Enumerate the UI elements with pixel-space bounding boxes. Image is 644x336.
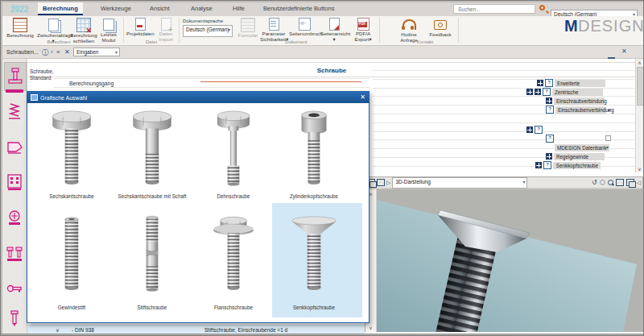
grid-field-icon[interactable] <box>535 162 542 168</box>
dialog-window-icon <box>31 94 38 101</box>
orbit-view-icon[interactable]: ⬡ <box>600 179 605 186</box>
scroll-down-icon[interactable]: ∨ <box>636 166 643 172</box>
key-icon <box>6 279 23 298</box>
screw-option-label: Dehnschraube <box>193 193 274 199</box>
view-selector[interactable]: Eingaben▾ <box>73 48 120 56</box>
tab-werkzeuge[interactable]: Werkzeuge <box>96 2 136 14</box>
grid-field-icon[interactable] <box>537 80 543 86</box>
sidebar-module-bolt-pair[interactable] <box>4 241 25 268</box>
help-doc-icon[interactable]: ? <box>546 106 554 114</box>
scroll-up-icon[interactable]: ∧ <box>636 60 643 65</box>
3d-render[interactable] <box>377 189 643 332</box>
letztes-modul-button[interactable]: Letztes Modul <box>97 17 120 44</box>
sidebar-module-bolt-field[interactable] <box>4 168 25 196</box>
screw-option-dehnschraube[interactable]: Dehnschraube <box>193 106 274 199</box>
screw-option-stiftschraube[interactable]: Stiftschraube <box>112 206 192 310</box>
collapse-panel-icon[interactable]: ◁ <box>637 180 641 186</box>
scrollbar-thumb[interactable] <box>637 67 644 106</box>
sidebar-module-clamp[interactable] <box>4 133 25 160</box>
standard-value: - DIN 938 <box>72 327 94 333</box>
tab-berechnung[interactable]: Berechnung <box>38 2 83 15</box>
headset-icon <box>402 19 416 30</box>
doc-language-label: Dokumentsprache <box>183 18 223 23</box>
sidebar-module-bolt[interactable] <box>4 205 25 233</box>
chevron-expand-icon[interactable]: ∨ <box>56 327 60 334</box>
tab-hilfe[interactable]: Hilfe <box>228 2 250 14</box>
field-regelgewinde[interactable]: Regelgewinde <box>554 153 605 160</box>
grafische-auswahl-dialog: Grafische Auswahl ✕ Sechskantschraube <box>27 91 369 323</box>
form-title: Schraube <box>317 67 346 74</box>
play-icon[interactable]: ▷ <box>386 180 390 186</box>
grid-field-icon[interactable] <box>526 127 533 133</box>
screw-option-gewindestift[interactable]: Gewindestift <box>31 206 112 310</box>
help-doc-icon[interactable]: ? <box>543 88 551 96</box>
viewer-panel: ▷ 3D-Darstellung▾ ↺ ⬡ ◁ ∧ ∨ <box>365 176 643 332</box>
field-zentrische[interactable]: Zentrische <box>552 89 603 96</box>
bolt-pair-icon <box>6 245 23 264</box>
parameter-icon <box>269 18 279 31</box>
close-document-icon[interactable]: ✕ <box>621 48 627 55</box>
form-scrollbar[interactable]: ∧ ∨ <box>635 59 643 172</box>
grid-field-icon[interactable] <box>546 153 552 160</box>
close-table-icon <box>76 18 91 32</box>
screw-standard-icon <box>6 67 24 86</box>
sidebar-module-spring[interactable] <box>4 97 25 125</box>
help-doc-icon[interactable]: ? <box>535 126 543 134</box>
spring-icon <box>6 102 23 121</box>
screw-option-sechskantschraube[interactable]: Sechskantschraube <box>31 106 112 199</box>
fit-view-icon[interactable] <box>616 179 624 186</box>
zoom-view-icon[interactable] <box>608 180 613 185</box>
help-doc-icon[interactable]: ? <box>543 161 551 169</box>
screw-option-label: Sechskantschraube <box>31 193 112 199</box>
sidebar-module-screw[interactable] <box>4 305 25 333</box>
module-tab-label[interactable]: Schrauben... <box>6 49 39 55</box>
grid-field-icon[interactable] <box>535 89 541 95</box>
screw-option-flanschschraube[interactable]: Flanschschraube <box>193 206 274 310</box>
field-senkkopfschraube[interactable]: Senkkopfschraube <box>553 162 601 169</box>
dialog-close-icon[interactable]: ✕ <box>360 93 365 102</box>
maximize-view-icon[interactable] <box>377 179 385 186</box>
windows-view-icon[interactable] <box>626 179 634 186</box>
field-erweiterte-nachrechnung[interactable]: Erweiterte Nachrechnung <box>555 80 605 87</box>
rotate-view-icon[interactable]: ↺ <box>592 179 597 186</box>
checkbox[interactable] <box>605 135 611 141</box>
doc-language-select[interactable]: Deutsch (German)▾ <box>183 25 233 37</box>
grid-field-icon[interactable] <box>546 97 552 104</box>
ribbon-group-kontakt: Kontakt <box>394 39 456 44</box>
screw-option-senkkopfschraube[interactable]: Senkkopfschraube <box>274 206 354 310</box>
field-row: ? Zentrische <box>526 88 603 96</box>
group-separator <box>458 18 459 43</box>
scroll-down-icon[interactable]: ∨ <box>365 325 376 330</box>
tab-benutzerdefinierte-buttons[interactable]: Benutzerdefinierte Buttons <box>258 2 339 14</box>
menu-bar: 2022 Berechnung Werkzeuge Ansicht Analys… <box>2 2 643 16</box>
dialog-titlebar[interactable]: Grafische Auswahl ✕ <box>27 92 369 103</box>
result-row[interactable]: ∨ - DIN 938 Stiftschraube, Einschraubend… <box>27 325 365 334</box>
info-icon[interactable]: ⓘ <box>42 48 48 57</box>
screw-option-sechskantschraube-mit-schaft[interactable]: Sechskantschraube mit Schaft <box>112 106 192 199</box>
document-icon <box>135 18 146 31</box>
help-doc-icon[interactable]: ? <box>546 135 554 143</box>
sidebar-module-screw-standard[interactable] <box>4 62 27 91</box>
grid-field-icon[interactable] <box>526 89 533 95</box>
search-field[interactable] <box>456 6 528 13</box>
sechskantschraube-image <box>39 106 105 189</box>
tab-analyse[interactable]: Analyse <box>186 2 217 14</box>
field-mdesign-datenbank[interactable]: MDESIGN Datenbank ▾ <box>555 144 609 151</box>
screw-option-label: Senkkopfschraube <box>274 305 354 310</box>
help-doc-icon[interactable]: ? <box>545 79 553 87</box>
screw-option-zylinderkopfschraube[interactable]: Zylinderkopfschraube <box>274 106 354 199</box>
search-icon[interactable] <box>539 5 545 10</box>
module-sidebar <box>2 59 27 334</box>
sidebar-module-key[interactable] <box>4 275 25 302</box>
senkkopfschraube-image <box>281 206 347 300</box>
search-input[interactable] <box>453 4 535 14</box>
back-icon[interactable]: ‹ <box>51 48 53 56</box>
first-icon[interactable]: « <box>56 48 60 56</box>
field-einschraubverbindung[interactable]: Einschraubverbindung <box>554 97 605 105</box>
tab-ansicht[interactable]: Ansicht <box>145 2 175 14</box>
gewindestift-image <box>39 206 105 300</box>
ribbon: Berechnung Zwischenablage▾ Berechnung sc… <box>2 16 643 46</box>
viewer-mode-select[interactable]: 3D-Darstellung▾ <box>392 177 527 189</box>
close-module-icon[interactable]: ✕ <box>64 48 70 56</box>
field-einschraubenverbindung[interactable]: Einschraubenverbindung <box>555 106 606 114</box>
